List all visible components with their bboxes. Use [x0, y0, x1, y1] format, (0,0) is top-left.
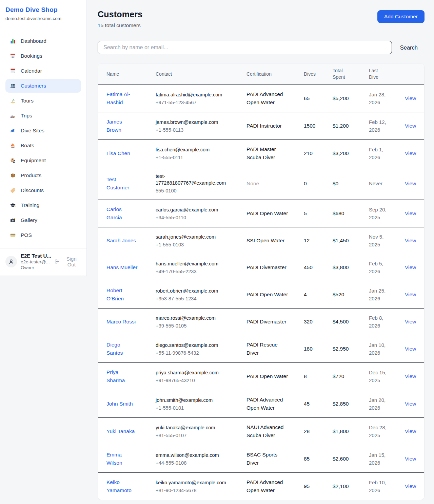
- training-icon: [9, 202, 16, 209]
- sidebar-item-products[interactable]: Products: [5, 169, 81, 182]
- customer-name-link[interactable]: Carlos Garcia: [106, 205, 138, 222]
- customer-certification: None: [246, 180, 289, 188]
- customer-certification: PADI Advanced Open Water: [246, 478, 289, 494]
- dive-sites-icon: [9, 127, 16, 134]
- customer-last-dive: Sep 20, 2025: [369, 206, 396, 221]
- view-link[interactable]: View: [405, 181, 416, 186]
- dashboard-icon: [9, 38, 16, 44]
- customer-name-link[interactable]: Marco Rossi: [106, 318, 136, 326]
- customer-name-link[interactable]: Hans Mueller: [106, 263, 137, 272]
- sidebar-item-customers[interactable]: Customers: [5, 79, 81, 93]
- customer-name-link[interactable]: James Brown: [106, 118, 138, 134]
- customer-total-spent: $0: [333, 167, 369, 200]
- sidebar-item-trips[interactable]: Trips: [5, 109, 81, 123]
- customer-certification: PADI Advanced Open Water: [246, 90, 289, 107]
- sidebar-item-bookings[interactable]: 17 Bookings: [5, 49, 81, 63]
- customer-total-spent: $1,200: [333, 112, 369, 140]
- view-link[interactable]: View: [405, 292, 416, 297]
- view-link[interactable]: View: [405, 123, 416, 129]
- brand-name: Demo Dive Shop: [5, 6, 81, 14]
- customer-name-link[interactable]: Priya Sharma: [106, 368, 138, 385]
- customer-name-link[interactable]: Diego Santos: [106, 341, 138, 357]
- customer-last-dive: Feb 12, 2026: [369, 118, 396, 134]
- customer-email: priya.sharma@example.com: [156, 369, 226, 376]
- sidebar-item-pos[interactable]: POS: [5, 228, 81, 242]
- view-link[interactable]: View: [405, 373, 416, 379]
- table-header: Name Contact Certification Dives Total S…: [98, 63, 424, 85]
- search-button[interactable]: Search: [400, 44, 425, 51]
- customer-name-link[interactable]: Emma Wilson: [106, 451, 138, 467]
- sidebar-item-boats[interactable]: Boats: [5, 139, 81, 152]
- customer-last-dive: Feb 8, 2026: [369, 314, 396, 330]
- view-link[interactable]: View: [405, 319, 416, 324]
- table-row: Priya Sharma priya.sharma@example.com +9…: [98, 363, 424, 390]
- customer-certification: PADI Master Scuba Diver: [246, 145, 289, 162]
- customer-certification: PADI Open Water: [246, 209, 289, 218]
- table-row: John Smith john.smith@example.com +1-555…: [98, 390, 424, 418]
- customer-last-dive: Feb 10, 2026: [369, 479, 396, 494]
- view-link[interactable]: View: [405, 264, 416, 270]
- customer-name-link[interactable]: Keiko Yamamoto: [106, 478, 138, 494]
- customer-name-link[interactable]: Lisa Chen: [106, 149, 130, 157]
- sidebar-item-discounts[interactable]: Discounts: [5, 184, 81, 197]
- customer-last-dive: Jan 25, 2026: [369, 287, 396, 302]
- customer-certification: BSAC Sports Diver: [246, 451, 289, 467]
- view-link[interactable]: View: [405, 428, 416, 434]
- customer-dives: 450: [304, 254, 333, 281]
- sidebar-item-label: Customers: [21, 83, 46, 89]
- customer-name-link[interactable]: Sarah Jones: [106, 237, 136, 245]
- user-icon: [8, 258, 15, 265]
- sidebar-item-label: Calendar: [21, 68, 42, 74]
- sidebar-item-label: Products: [21, 172, 41, 179]
- tours-icon: [9, 97, 16, 104]
- customer-last-dive: Dec 28, 2025: [369, 424, 396, 439]
- sidebar-item-label: Dive Sites: [21, 128, 44, 134]
- sidebar-item-dashboard[interactable]: Dashboard: [5, 34, 81, 48]
- customer-name-link[interactable]: Robert O'Brien: [106, 286, 138, 303]
- view-link[interactable]: View: [405, 238, 416, 243]
- sidebar-item-tours[interactable]: Tours: [5, 94, 81, 108]
- customer-name-link[interactable]: Fatima Al-Rashid: [106, 90, 138, 107]
- trips-icon: [9, 112, 16, 119]
- customer-last-dive: Nov 5, 2025: [369, 233, 396, 248]
- gallery-icon: [9, 217, 16, 224]
- view-link[interactable]: View: [405, 210, 416, 216]
- customer-email: carlos.garcia@example.com: [156, 206, 226, 213]
- user-name: E2E Test U...: [21, 253, 50, 259]
- customers-table-card: Name Contact Certification Dives Total S…: [98, 63, 425, 500]
- products-icon: [9, 172, 16, 179]
- view-link[interactable]: View: [405, 456, 416, 462]
- add-customer-button[interactable]: Add Customer: [377, 10, 425, 23]
- customer-dives: 320: [304, 309, 333, 335]
- customer-name-link[interactable]: Yuki Tanaka: [106, 427, 135, 435]
- svg-text:17: 17: [12, 56, 14, 58]
- customer-name-link[interactable]: John Smith: [106, 400, 133, 408]
- customer-name-link[interactable]: Test Customer: [106, 175, 138, 192]
- customer-total-spent: $4,500: [333, 309, 369, 335]
- view-link[interactable]: View: [405, 346, 416, 352]
- sidebar-item-training[interactable]: Training: [5, 199, 81, 212]
- customer-email: yuki.tanaka@example.com: [156, 424, 226, 431]
- sidebar-item-dive-sites[interactable]: Dive Sites: [5, 124, 81, 137]
- customer-phone: +1-555-0103: [156, 241, 244, 248]
- sign-out-button[interactable]: Sign Out: [54, 256, 81, 267]
- customer-last-dive: Never: [369, 180, 396, 187]
- sidebar-item-calendar[interactable]: Calendar: [5, 64, 81, 78]
- sidebar-item-equipment[interactable]: Equipment: [5, 154, 81, 167]
- brand-domain: demo.test.divestreams.com: [5, 16, 81, 21]
- search-input[interactable]: [98, 41, 392, 54]
- customer-total-spent: $520: [333, 281, 369, 309]
- customer-last-dive: Dec 15, 2025: [369, 369, 396, 384]
- customer-last-dive: Jan 28, 2026: [369, 91, 396, 106]
- sidebar-item-gallery[interactable]: Gallery: [5, 213, 81, 227]
- customer-dives: 85: [304, 445, 333, 473]
- view-link[interactable]: View: [405, 150, 416, 156]
- view-link[interactable]: View: [405, 95, 416, 101]
- customer-total-spent: $3,800: [333, 254, 369, 281]
- view-link[interactable]: View: [405, 483, 416, 489]
- customer-total-spent: $2,100: [333, 473, 369, 500]
- customer-phone: +49-170-555-2233: [156, 268, 244, 275]
- sidebar-item-label: Equipment: [21, 157, 46, 164]
- view-link[interactable]: View: [405, 401, 416, 407]
- customer-last-dive: Feb 5, 2026: [369, 260, 396, 275]
